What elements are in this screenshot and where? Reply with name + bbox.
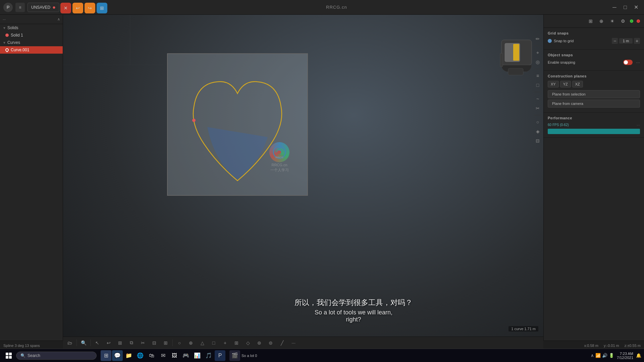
taskbar-edge-icon[interactable]: 🌐 (135, 350, 146, 361)
snap-decrease-btn[interactable]: − (612, 38, 618, 44)
plane-xz-btn[interactable]: XZ (572, 81, 583, 87)
toolbar-btn-3[interactable]: ↪ (85, 3, 95, 13)
tool-target[interactable]: ◎ (534, 58, 542, 66)
rp-magnet-icon[interactable]: ⊕ (597, 17, 606, 25)
notification-icon[interactable]: 🔔 (636, 353, 641, 358)
taskbar-view-icon[interactable]: ⊞ (101, 350, 111, 361)
maximize-button[interactable]: □ (621, 3, 629, 11)
curve-001-item[interactable]: Curve.001 (0, 46, 63, 54)
snap-to-grid-radio[interactable] (548, 39, 552, 43)
tray-up-arrow[interactable]: ∧ (591, 353, 594, 358)
tool-pen[interactable]: ✏ (534, 35, 542, 43)
panel-collapse-icon[interactable]: ∧ (57, 17, 60, 21)
bt-star[interactable]: ⊕ (185, 338, 196, 348)
bt-line[interactable]: ╱ (277, 338, 287, 348)
bt-copy[interactable]: ⧉ (126, 338, 137, 348)
bt-duplicate[interactable]: ⊞ (160, 338, 171, 348)
bt-rect2[interactable]: □ (208, 338, 219, 348)
plane-from-selection-btn[interactable]: Plane from selection (548, 90, 640, 98)
tool-rect[interactable]: □ (534, 81, 542, 89)
curves-section[interactable]: ▼ Curves (0, 39, 63, 46)
taskbar-app1[interactable]: 🎮 (180, 350, 191, 361)
tool-3d[interactable]: ◈ (534, 127, 542, 135)
curves-label: Curves (7, 40, 20, 45)
rp-grid-icon[interactable]: ⊞ (586, 17, 595, 25)
taskbar-photos-icon[interactable]: 🖼 (169, 350, 180, 361)
bt-scissors2[interactable]: ✂ (138, 338, 148, 348)
fps-label: 60 FPS (0-62) (548, 123, 569, 127)
menu-button[interactable]: ≡ (15, 3, 25, 12)
tray-battery[interactable]: 🔋 (609, 353, 614, 358)
snapping-more[interactable]: ··· (636, 60, 640, 65)
tool-strip-sep-1 (534, 46, 541, 46)
taskbar-app4[interactable]: P (215, 350, 225, 361)
bt-undo[interactable]: ↩ (103, 338, 114, 348)
object-snaps-title: Object snaps (548, 53, 640, 57)
plane-from-camera-btn[interactable]: Plane from camera (548, 100, 640, 108)
toolbar-btn-2[interactable]: ↩ (72, 3, 83, 13)
bt-plus[interactable]: + (220, 338, 230, 348)
bt-grid[interactable]: ⊞ (115, 338, 125, 348)
taskbar-app2[interactable]: 📊 (192, 350, 203, 361)
nav-widget[interactable] (495, 37, 538, 85)
bt-grid2[interactable]: ⊞ (231, 338, 242, 348)
right-panel: ⊞ ⊕ ☀ ⚙ Grid snaps Snap to grid − 1 m + … (543, 15, 644, 350)
solid-1-item[interactable]: Solid 1 (0, 32, 63, 39)
bt-more[interactable]: ··· (288, 338, 299, 348)
tool-db[interactable]: ⊟ (534, 137, 542, 145)
enable-snapping-label: Enable snapping (548, 60, 575, 64)
svg-rect-18 (513, 44, 519, 61)
subtitle-app-icon[interactable]: 🎬 (229, 350, 240, 361)
rp-settings-icon[interactable]: ⚙ (619, 17, 627, 25)
solids-section[interactable]: ▼ Solids (0, 24, 63, 32)
plane-yz-btn[interactable]: YZ (560, 81, 571, 87)
toolbar-btn-4[interactable]: ⊞ (97, 3, 107, 13)
taskbar-chat-icon[interactable]: 💬 (112, 350, 123, 361)
tool-curve[interactable]: ~ (534, 95, 542, 103)
bt-sep-3 (172, 340, 173, 346)
taskbar-app3[interactable]: 🎵 (203, 350, 214, 361)
taskbar-file-icon[interactable]: 📁 (123, 350, 134, 361)
unsaved-badge[interactable]: UNSAVED ● (28, 3, 59, 12)
tool-scissors[interactable]: ✂ (534, 104, 542, 112)
tool-circle[interactable]: ○ (534, 118, 542, 126)
rp-sun-icon[interactable]: ☀ (608, 17, 616, 25)
bt-diamond[interactable]: ◇ (243, 338, 253, 348)
perf-more[interactable]: ··· (637, 123, 640, 127)
taskbar-clock[interactable]: 7:23 AM 7/12/2021 (617, 352, 633, 360)
app-icon[interactable]: P (3, 3, 13, 12)
close-button[interactable]: ✕ (632, 3, 640, 11)
status-green-dot (630, 19, 633, 23)
bt-select[interactable]: ↖ (92, 338, 103, 348)
snap-increase-btn[interactable]: + (634, 38, 640, 44)
taskbar-mail-icon[interactable]: ✉ (158, 350, 168, 361)
taskbar-start-button[interactable] (3, 350, 15, 362)
bt-zoom[interactable]: 🔍 (78, 338, 89, 348)
snapping-toggle[interactable] (623, 60, 633, 65)
selection-info: 1 curve 1.71 m (508, 326, 538, 331)
taskbar-date: 7/12/2021 (617, 356, 633, 360)
bt-folder[interactable]: 🗁 (64, 338, 75, 348)
unsaved-dot: ● (52, 4, 56, 10)
bt-tri[interactable]: △ (197, 338, 208, 348)
win-logo-sq-1 (6, 353, 8, 355)
bt-circle2[interactable]: ○ (174, 338, 185, 348)
tray-network[interactable]: 📶 (595, 353, 601, 358)
bt-puzzle[interactable]: ⊛ (254, 338, 265, 348)
toolbar-btn-1[interactable]: ✕ (60, 3, 71, 13)
tray-volume[interactable]: 🔊 (602, 353, 607, 358)
fps-row: 60 FPS (0-62) ··· (548, 123, 640, 127)
curves-chevron: ▼ (3, 41, 6, 45)
bt-mirror[interactable]: ⊜ (265, 338, 276, 348)
plane-xy-btn[interactable]: XY (548, 81, 559, 87)
tool-transform[interactable]: ⌖ (534, 49, 542, 57)
taskbar-time: 7:23 AM (617, 352, 633, 356)
taskbar-search-box[interactable]: 🔍 Search (16, 352, 97, 360)
bt-table[interactable]: ⊟ (149, 338, 160, 348)
taskbar-store-icon[interactable]: 🛍 (146, 350, 157, 361)
tool-layers[interactable]: ≡ (534, 72, 542, 80)
tool-strip-sep-2 (534, 69, 541, 69)
curve-001-icon (5, 48, 9, 52)
taskbar-search-icon: 🔍 (20, 353, 25, 358)
minimize-button[interactable]: ─ (610, 3, 619, 11)
